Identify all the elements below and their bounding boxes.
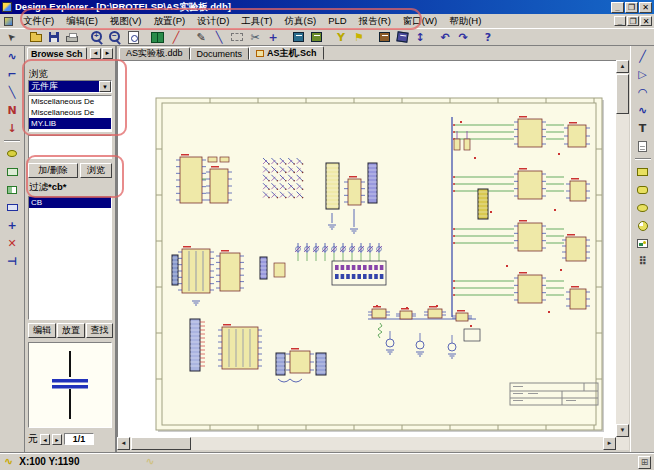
status-corner-button[interactable]: ⊞ bbox=[638, 456, 651, 469]
print-button[interactable] bbox=[63, 29, 81, 45]
next-component-icon[interactable]: ► bbox=[52, 434, 62, 445]
rectangle-button[interactable] bbox=[634, 164, 652, 179]
pie-chart-button[interactable] bbox=[634, 218, 652, 233]
menu-item-4[interactable]: 设计(D) bbox=[191, 14, 235, 29]
child-restore-button[interactable]: ❐ bbox=[627, 16, 639, 26]
vertical-scrollbar[interactable]: ▲ ▼ bbox=[616, 60, 629, 450]
pencil-tool-button[interactable]: ✎ bbox=[192, 29, 210, 45]
round-rectangle-button[interactable] bbox=[634, 182, 652, 197]
open-folder-button[interactable] bbox=[27, 29, 45, 45]
text-frame-button[interactable] bbox=[634, 139, 652, 154]
add-remove-button[interactable]: 加/删除 bbox=[28, 163, 78, 178]
bus-button[interactable]: ╲ bbox=[3, 85, 21, 100]
junction-button[interactable]: + bbox=[3, 218, 21, 233]
document-tab-1[interactable]: Documents bbox=[190, 47, 250, 60]
polygon-icon: ▷ bbox=[638, 69, 646, 80]
library-book-button[interactable] bbox=[289, 29, 307, 45]
polygon-button[interactable]: ▷ bbox=[634, 67, 652, 82]
net-label-button[interactable]: N bbox=[3, 103, 21, 118]
menu-item-0[interactable]: 文件(F) bbox=[17, 14, 60, 29]
component-item-0[interactable]: CB bbox=[29, 197, 111, 208]
prev-component-icon[interactable]: ◄ bbox=[40, 434, 50, 445]
pcb-directive-button[interactable]: ⊣ bbox=[3, 254, 21, 269]
bus-entry-button[interactable]: ⌐ bbox=[3, 67, 21, 82]
array-paste-button[interactable]: ⠿ bbox=[634, 254, 652, 269]
browse-library-button[interactable] bbox=[393, 29, 411, 45]
component-list[interactable]: CB bbox=[28, 196, 112, 320]
cut-button[interactable]: ✂ bbox=[246, 29, 264, 45]
menu-item-3[interactable]: 放置(P) bbox=[147, 14, 191, 29]
annotate-button[interactable]: ↕ bbox=[411, 29, 429, 45]
browse-components-button[interactable] bbox=[149, 29, 167, 45]
child-window-icon[interactable] bbox=[4, 17, 13, 26]
horizontal-scrollbar[interactable]: ◄ ► bbox=[117, 437, 616, 450]
zoom-out-button[interactable]: − bbox=[106, 29, 124, 45]
library-item-2[interactable]: MY.LIB bbox=[29, 118, 111, 129]
filter-value[interactable]: *cb* bbox=[48, 181, 66, 192]
scroll-down-icon[interactable]: ▼ bbox=[616, 424, 629, 437]
place-button[interactable]: 放置 bbox=[57, 323, 85, 338]
ellipse-button[interactable] bbox=[634, 200, 652, 215]
no-erc-button[interactable]: ✕ bbox=[3, 236, 21, 251]
power-port-button[interactable]: ↓ bbox=[3, 121, 21, 136]
line-tool-button[interactable]: ╲ bbox=[210, 29, 228, 45]
browse-mode-dropdown[interactable]: 元件库 ▼ bbox=[28, 80, 112, 93]
menu-item-8[interactable]: 报告(R) bbox=[353, 14, 397, 29]
menu-item-9[interactable]: 窗口(W) bbox=[397, 14, 443, 29]
percent-book-button[interactable] bbox=[307, 29, 325, 45]
graphic-image-button[interactable] bbox=[634, 236, 652, 251]
text-button[interactable]: T bbox=[634, 121, 652, 136]
menu-item-2[interactable]: 视图(V) bbox=[104, 14, 148, 29]
open-library-button[interactable] bbox=[375, 29, 393, 45]
library-item-1[interactable]: Miscellaneous De bbox=[29, 107, 111, 118]
save-button[interactable] bbox=[45, 29, 63, 45]
undo-button[interactable]: ↶ bbox=[436, 29, 454, 45]
selection-rect-button[interactable] bbox=[228, 29, 246, 45]
redo-button[interactable]: ↷ bbox=[454, 29, 472, 45]
child-minimize-button[interactable]: _ bbox=[614, 16, 626, 26]
help-button[interactable]: ? bbox=[479, 29, 497, 45]
child-close-button[interactable]: ✕ bbox=[640, 16, 652, 26]
panel-scroll-left-icon[interactable]: ◄ bbox=[90, 48, 101, 59]
port-button[interactable] bbox=[3, 200, 21, 215]
wire-button[interactable]: ∿ bbox=[3, 49, 21, 64]
probe-button[interactable]: Y bbox=[332, 29, 350, 45]
arc-button[interactable]: ◠ bbox=[634, 85, 652, 100]
menu-item-6[interactable]: 仿真(S) bbox=[279, 14, 323, 29]
edit-button[interactable]: 编辑 bbox=[28, 323, 56, 338]
part-button[interactable] bbox=[3, 146, 21, 161]
browse-button[interactable]: 浏览 bbox=[80, 163, 112, 178]
schematic-canvas[interactable] bbox=[117, 60, 616, 437]
library-list[interactable]: Miscellaneous DeMiscellaneous DeMY.LIB bbox=[28, 95, 112, 132]
wiring-pen-button[interactable]: ╱ bbox=[167, 29, 185, 45]
move-button[interactable]: + bbox=[264, 29, 282, 45]
menu-item-1[interactable]: 编辑(E) bbox=[60, 14, 104, 29]
menu-item-7[interactable]: PLD bbox=[322, 14, 352, 29]
document-tab-2[interactable]: AS主机.Sch bbox=[249, 46, 324, 60]
menu-item-5[interactable]: 工具(T) bbox=[235, 14, 278, 29]
sheet-symbol-button[interactable] bbox=[3, 164, 21, 179]
document-navigator-button[interactable]: ➤ bbox=[2, 29, 20, 45]
document-tab-bar: AS实验板.ddbDocumentsAS主机.Sch bbox=[117, 46, 630, 60]
find-button[interactable]: 查找 bbox=[86, 323, 113, 338]
app-restore-button[interactable]: ❐ bbox=[625, 2, 638, 13]
browse-panel: Browse Sch ◄ ► 浏览 元件库 ▼ Miscellaneous De… bbox=[25, 46, 117, 452]
sheet-entry-button[interactable] bbox=[3, 182, 21, 197]
flag-button[interactable]: ⚑ bbox=[350, 29, 368, 45]
app-close-button[interactable]: ✕ bbox=[639, 2, 652, 13]
sheet-tab-icon bbox=[256, 50, 264, 57]
panel-scroll-right-icon[interactable]: ► bbox=[102, 48, 113, 59]
menu-item-10[interactable]: 帮助(H) bbox=[443, 14, 487, 29]
zoom-in-button[interactable]: + bbox=[88, 29, 106, 45]
draw-line-button[interactable]: ╱ bbox=[634, 49, 652, 64]
scroll-up-icon[interactable]: ▲ bbox=[616, 60, 629, 73]
app-minimize-button[interactable]: _ bbox=[611, 2, 624, 13]
scroll-right-icon[interactable]: ► bbox=[603, 437, 616, 450]
dropdown-arrow-icon[interactable]: ▼ bbox=[99, 81, 111, 92]
scroll-left-icon[interactable]: ◄ bbox=[117, 437, 130, 450]
bezier-button[interactable]: ∿ bbox=[634, 103, 652, 118]
library-item-0[interactable]: Miscellaneous De bbox=[29, 96, 111, 107]
zoom-document-button[interactable] bbox=[124, 29, 142, 45]
document-tab-0[interactable]: AS实验板.ddb bbox=[119, 47, 190, 60]
browse-panel-tab[interactable]: Browse Sch bbox=[27, 47, 87, 60]
